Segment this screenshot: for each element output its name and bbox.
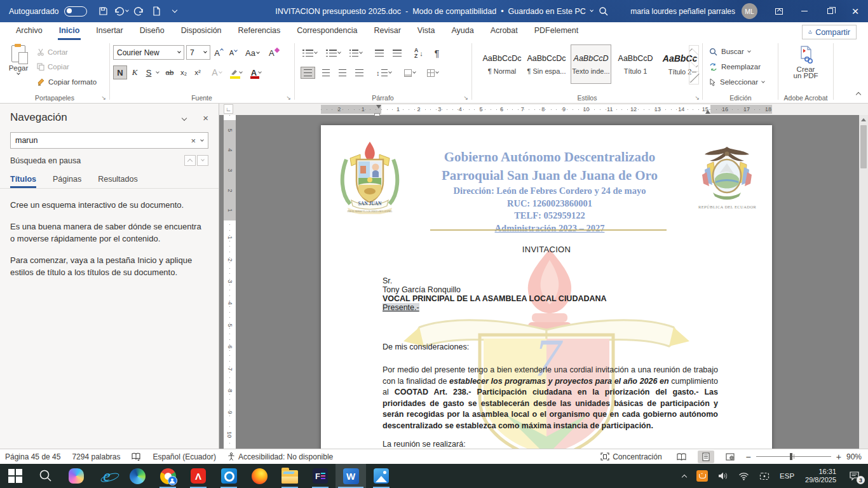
language-indicator[interactable]: Español (Ecuador) (153, 452, 215, 461)
ribbon-display-options-icon[interactable] (766, 0, 792, 22)
java-update-icon[interactable] (692, 464, 712, 488)
document-title-group[interactable]: INVITACION presupuesto 2025.doc - Modo d… (275, 7, 593, 16)
text-effects-button[interactable]: A (210, 65, 223, 79)
style-card[interactable]: AaBbCcD Título 1 (615, 44, 656, 84)
focus-mode-button[interactable]: Concentración (600, 452, 661, 461)
zoom-out-button[interactable]: − (746, 452, 751, 461)
clipboard-dialog-launcher-icon[interactable]: ↘ (101, 95, 106, 101)
user-name[interactable]: maria lourdes peñafiel parrales (630, 7, 735, 16)
language-indicator[interactable]: ESP (775, 464, 799, 488)
tray-expand-icon[interactable] (678, 464, 691, 488)
navigation-close-icon[interactable]: × (203, 112, 208, 123)
share-button[interactable]: Compartir (802, 25, 857, 39)
hanging-indent-marker[interactable] (374, 113, 380, 116)
clock[interactable]: 16:31 29/8/2025 (800, 464, 841, 488)
copy-button[interactable]: Copiar (37, 60, 69, 74)
outlook-icon[interactable] (214, 464, 244, 488)
zoom-slider-thumb[interactable] (790, 453, 792, 460)
document-page[interactable]: 7 (321, 125, 772, 449)
file-explorer-icon[interactable] (275, 464, 305, 488)
replace-button[interactable]: Reemplazar (709, 60, 761, 74)
paragraph-dialog-launcher-icon[interactable]: ↘ (463, 95, 468, 101)
paste-button[interactable]: Pegar (5, 44, 32, 91)
cut-button[interactable]: Cortar (37, 45, 68, 59)
underline-dropdown-icon[interactable] (156, 70, 159, 74)
close-button[interactable]: × (843, 0, 868, 22)
proofing-icon[interactable] (132, 452, 141, 461)
web-layout-icon[interactable] (722, 451, 738, 463)
styles-more-icon[interactable] (689, 72, 698, 84)
ribbon-tab[interactable]: Vista (409, 22, 444, 40)
format-painter-button[interactable]: Copiar formato (37, 75, 97, 89)
right-indent-marker[interactable] (705, 110, 710, 114)
start-button[interactable] (0, 464, 31, 488)
font-color-button[interactable]: A (248, 65, 264, 79)
previous-result-icon[interactable] (184, 155, 196, 166)
line-spacing-button[interactable]: ↕ (374, 67, 393, 79)
increase-indent-button[interactable] (391, 48, 403, 58)
first-line-indent-marker[interactable] (376, 105, 381, 109)
borders-button[interactable] (425, 67, 440, 79)
fes-app-icon[interactable]: F (305, 464, 336, 488)
style-card[interactable]: AaBbCcDc ¶ Normal (482, 44, 522, 84)
ribbon-tab[interactable]: Diseño (132, 22, 173, 40)
styles-scroll-down-icon[interactable] (689, 58, 698, 71)
internet-explorer-icon[interactable]: e (92, 464, 122, 488)
styles-scroll-up-icon[interactable] (689, 46, 698, 58)
font-size-combo[interactable]: 7 (186, 45, 210, 60)
word-icon[interactable]: W (336, 464, 366, 488)
superscript-button[interactable]: x² (191, 65, 204, 79)
style-card[interactable]: AaBbCcD Texto inde... (571, 44, 611, 84)
ribbon-tab[interactable]: Referencias (230, 22, 289, 40)
edge-icon[interactable] (122, 464, 153, 488)
strikethrough-button[interactable]: ab (163, 65, 176, 79)
sort-button[interactable]: AZ↓ (412, 46, 425, 60)
restore-button[interactable] (817, 0, 843, 22)
customize-quick-access-icon[interactable] (166, 3, 184, 20)
subscript-button[interactable]: x₂ (177, 65, 190, 79)
navigation-tab[interactable]: Páginas (53, 175, 81, 188)
search-icon[interactable] (595, 3, 613, 20)
undo-icon[interactable] (112, 3, 130, 20)
align-center-button[interactable] (320, 67, 332, 78)
zoom-slider[interactable] (756, 456, 831, 457)
show-marks-button[interactable]: ¶ (433, 46, 442, 60)
ribbon-tab[interactable]: Revisar (365, 22, 409, 40)
tab-selector[interactable]: ∟ (224, 104, 233, 114)
align-left-button[interactable] (301, 67, 315, 79)
acrobat-icon[interactable]: Λ (183, 464, 214, 488)
bold-button[interactable]: N (113, 65, 127, 79)
wifi-icon[interactable] (734, 464, 754, 488)
paste-dropdown-icon[interactable] (17, 71, 20, 75)
ribbon-tab[interactable]: Correspondencia (288, 22, 365, 40)
notification-center-icon[interactable]: 3 (843, 464, 865, 488)
zoom-in-button[interactable]: + (836, 452, 841, 461)
highlight-button[interactable] (228, 65, 243, 79)
justify-button[interactable] (353, 67, 365, 78)
collapse-ribbon-icon[interactable] (857, 90, 860, 98)
new-document-icon[interactable] (148, 3, 166, 20)
photos-icon[interactable] (366, 464, 397, 488)
cast-icon[interactable] (755, 464, 774, 488)
title-dropdown-icon[interactable] (590, 8, 593, 12)
font-dialog-launcher-icon[interactable]: ↘ (286, 95, 291, 101)
print-layout-icon[interactable] (698, 451, 714, 463)
navigation-search-input[interactable] (15, 136, 186, 145)
styles-dialog-launcher-icon[interactable]: ↘ (695, 95, 700, 101)
change-case-button[interactable]: Aa (245, 46, 259, 60)
vertical-ruler[interactable]: 54321 12345678910 (224, 115, 236, 449)
chrome-icon[interactable] (153, 464, 183, 488)
save-icon[interactable] (95, 3, 112, 20)
word-count[interactable]: 7294 palabras (72, 452, 120, 461)
avatar[interactable]: ML (742, 3, 757, 19)
grow-font-button[interactable]: A (212, 46, 225, 60)
find-button[interactable]: Buscar (709, 44, 750, 58)
ribbon-tab[interactable]: Acrobat (482, 22, 526, 40)
font-family-combo[interactable]: Courier New (113, 45, 184, 60)
clear-formatting-button[interactable]: A (268, 46, 280, 60)
underline-button[interactable]: S (142, 65, 155, 79)
read-mode-icon[interactable] (674, 451, 690, 463)
ribbon-tab[interactable]: Insertar (88, 22, 131, 40)
volume-icon[interactable] (714, 464, 733, 488)
navigation-search-box[interactable]: × (10, 132, 208, 149)
